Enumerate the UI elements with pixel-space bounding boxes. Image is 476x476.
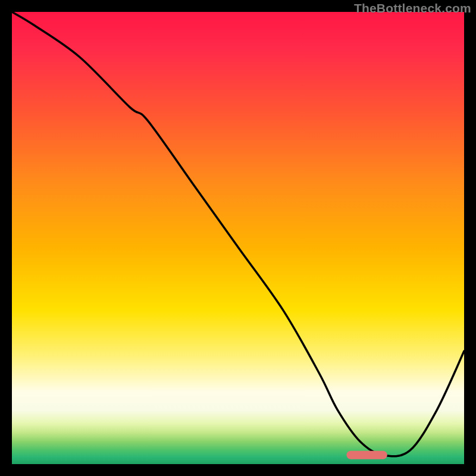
- bottleneck-curve: [12, 12, 464, 456]
- optimal-marker: [346, 451, 387, 459]
- chart-svg: [12, 12, 464, 464]
- plot-area: [12, 12, 464, 464]
- watermark-text: TheBottleneck.com: [354, 1, 471, 15]
- chart-frame: TheBottleneck.com: [0, 0, 476, 476]
